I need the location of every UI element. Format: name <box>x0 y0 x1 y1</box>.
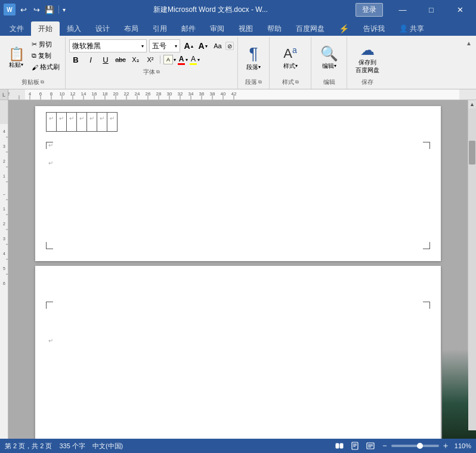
table-cell-2[interactable]: ↵ <box>57 113 67 132</box>
font-color-group: A ▾ <box>178 55 188 65</box>
font-name-dropdown-icon: ▾ <box>141 44 144 49</box>
paragraph-button[interactable]: ¶ 段落 ▾ <box>242 39 265 77</box>
table-cell-4[interactable]: ↵ <box>77 113 87 132</box>
title-bar-right: 登录 — □ ✕ <box>356 0 476 19</box>
document-area[interactable]: ↵ ↵ ↵ ↵ ↵ ↵ ↵ ↵ ↵ ↵ <box>8 100 468 439</box>
zoom-plus-button[interactable]: ＋ <box>441 440 450 451</box>
tab-review[interactable]: 审阅 <box>203 21 231 36</box>
edit-button[interactable]: 🔍 编辑 ▾ <box>316 39 343 77</box>
styles-expand-icon[interactable]: ⧉ <box>295 79 299 85</box>
read-view-button[interactable] <box>334 440 345 451</box>
tab-layout[interactable]: 布局 <box>117 21 146 36</box>
tab-tell[interactable]: 告诉我 <box>356 21 392 36</box>
tab-help[interactable]: 帮助 <box>260 21 289 36</box>
ribbon-collapse-button[interactable]: ▲ <box>464 38 474 48</box>
save-quick-button[interactable]: 💾 <box>44 4 55 15</box>
page-corner-tr <box>423 142 430 149</box>
title-bar-left: W ↩ ↪ 💾 ▾ <box>0 4 66 15</box>
format-painter-button[interactable]: 🖌 格式刷 <box>30 62 61 72</box>
save-to-baidu-button[interactable]: ☁ 保存到百度网盘 <box>351 39 384 77</box>
svg-text:5: 5 <box>3 266 5 271</box>
page-corner-bl <box>46 242 53 249</box>
paragraph-label: 段落 ▾ <box>246 63 261 72</box>
styles-arrow-icon: ▾ <box>295 63 298 69</box>
tab-baidu[interactable]: 百度网盘 <box>289 21 332 36</box>
scrollbar: ▲ ▼ <box>468 100 476 439</box>
login-button[interactable]: 登录 <box>356 3 383 17</box>
zoom-minus-button[interactable]: － <box>381 440 389 451</box>
font-group-label: 字体 ⧉ <box>69 68 234 76</box>
scroll-up-button[interactable]: ▲ <box>468 100 476 108</box>
clipboard-label: 剪贴板 ⧉ <box>4 78 61 86</box>
superscript-button[interactable]: X² <box>144 54 157 66</box>
increase-font-button[interactable]: A▲ <box>183 40 196 52</box>
zoom-track[interactable] <box>391 445 439 447</box>
change-case-button[interactable]: Aa <box>211 40 224 52</box>
table-cell-1[interactable]: ↵ <box>47 113 57 132</box>
font-color-arrow[interactable]: ▾ <box>186 57 188 63</box>
font-color-button[interactable]: A <box>178 55 185 65</box>
document-table: ↵ ↵ ↵ ↵ ↵ ↵ ↵ <box>46 112 118 132</box>
page-1: ↵ ↵ ↵ ↵ ↵ ↵ ↵ ↵ ↵ <box>35 106 441 261</box>
underline-button[interactable]: U <box>99 54 112 66</box>
font-expand-icon[interactable]: ⧉ <box>156 69 160 75</box>
save-group-label: 保存 <box>351 78 384 86</box>
styles-label: 样式 ▾ <box>283 62 298 70</box>
tab-references[interactable]: 引用 <box>146 21 174 36</box>
table-cell-7[interactable]: ↵ <box>107 113 118 132</box>
tab-design[interactable]: 设计 <box>88 21 117 36</box>
clipboard-expand-icon[interactable]: ⧉ <box>41 79 44 85</box>
scroll-track[interactable] <box>468 108 476 430</box>
page-2: ↵ <box>35 266 441 439</box>
tab-mailings[interactable]: 邮件 <box>174 21 203 36</box>
styles-button[interactable]: Aa 样式 ▾ <box>279 39 302 77</box>
paragraph-expand-icon[interactable]: ⧉ <box>258 79 262 85</box>
tab-insert[interactable]: 插入 <box>60 21 88 36</box>
web-view-button[interactable] <box>365 440 376 451</box>
tab-share[interactable]: 👤共享 <box>392 21 431 36</box>
copy-icon: ⧉ <box>32 52 36 60</box>
undo-button[interactable]: ↩ <box>18 4 29 15</box>
copy-button[interactable]: ⧉ 复制 <box>30 51 61 61</box>
char-shade-arrow[interactable]: ▾ <box>197 57 200 63</box>
maximize-button[interactable]: □ <box>418 0 445 19</box>
ruler-marker: L <box>0 89 8 100</box>
window-title: 新建Microsoft Word 文档.docx - W... <box>66 5 356 15</box>
paste-button[interactable]: 📋 粘贴▾ <box>4 39 29 77</box>
text-highlight-button[interactable]: A <box>163 55 173 64</box>
zoom-slider: － ＋ <box>381 440 450 451</box>
font-size-selector[interactable]: 五号 ▾ <box>149 39 180 52</box>
text-highlight-arrow[interactable]: ▾ <box>174 57 176 63</box>
table-cell-6[interactable]: ↵ <box>97 113 107 132</box>
table-cell-3[interactable]: ↵ <box>67 113 77 132</box>
minimize-button[interactable]: — <box>389 0 416 19</box>
scroll-thumb[interactable] <box>469 141 475 165</box>
italic-button[interactable]: I <box>84 54 97 66</box>
svg-text:3: 3 <box>3 237 5 241</box>
baidu-save-icon: ☁ <box>360 43 375 57</box>
decrease-font-button[interactable]: A▼ <box>197 40 210 52</box>
close-button[interactable]: ✕ <box>446 0 474 19</box>
redo-button[interactable]: ↪ <box>31 4 42 15</box>
table-cell-5[interactable]: ↵ <box>87 113 97 132</box>
subscript-button[interactable]: X₂ <box>129 54 142 66</box>
char-shade-button[interactable]: A <box>190 55 197 65</box>
clear-format-button[interactable]: ⊘ <box>225 42 234 50</box>
clipboard-group: 📋 粘贴▾ ✂ 剪切 ⧉ 复制 🖌 格式刷 <box>0 37 66 89</box>
svg-text:1: 1 <box>3 207 5 211</box>
zoom-thumb[interactable] <box>417 443 423 449</box>
cut-button[interactable]: ✂ 剪切 <box>30 39 61 49</box>
tab-file[interactable]: 文件 <box>2 21 31 36</box>
tab-view[interactable]: 视图 <box>231 21 260 36</box>
tab-home[interactable]: 开始 <box>31 21 60 36</box>
strikethrough-button[interactable]: abc <box>114 54 127 66</box>
edit-group-label: 编辑 <box>315 78 343 86</box>
bold-button[interactable]: B <box>69 54 82 66</box>
print-layout-button[interactable] <box>350 440 360 451</box>
return-mark-2: ↵ <box>48 160 53 166</box>
page2-corner-tl <box>46 302 53 309</box>
cut-icon: ✂ <box>32 41 37 48</box>
paste-icon: 📋 <box>8 48 24 61</box>
tab-light[interactable]: ⚡ <box>332 21 356 36</box>
font-name-selector[interactable]: 微软雅黑 ▾ <box>69 39 147 52</box>
